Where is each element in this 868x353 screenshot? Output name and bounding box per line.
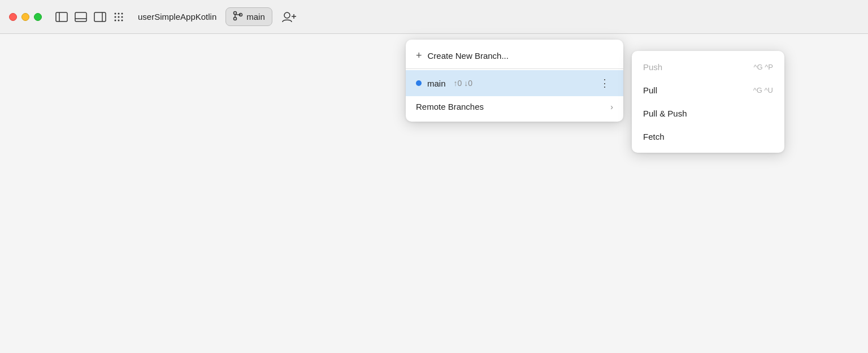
apps-grid-icon[interactable] [113, 11, 124, 23]
sidebar-toggle-icon[interactable] [55, 12, 68, 22]
svg-point-7 [118, 12, 120, 14]
svg-point-12 [115, 19, 116, 21]
branch-label: main [246, 12, 265, 21]
svg-point-13 [118, 19, 120, 21]
create-new-branch-item[interactable]: + Create New Branch... [406, 44, 623, 67]
pull-item[interactable]: Pull ^G ^U [632, 79, 784, 102]
pull-push-item[interactable]: Pull & Push [632, 102, 784, 125]
push-item[interactable]: Push ^G ^P [632, 55, 784, 79]
fetch-label: Fetch [643, 132, 665, 141]
branch-actions-submenu: Push ^G ^P Pull ^G ^U Pull & Push Fetch [632, 51, 784, 153]
toolbar-icons [55, 11, 124, 23]
branch-icon [233, 11, 243, 23]
push-label: Push [643, 62, 662, 72]
svg-point-16 [234, 18, 237, 20]
svg-point-19 [284, 12, 290, 18]
pull-push-label: Pull & Push [643, 109, 687, 118]
pull-label: Pull [643, 85, 657, 95]
close-button[interactable] [9, 13, 17, 21]
svg-point-15 [234, 12, 237, 15]
app-name: userSimpleAppKotlin [138, 12, 216, 21]
branch-button[interactable]: main [225, 7, 272, 26]
traffic-lights [9, 13, 42, 21]
svg-point-11 [121, 16, 123, 18]
branch-name-label: main [427, 79, 446, 88]
remote-branches-label: Remote Branches [416, 102, 484, 111]
right-panel-icon[interactable] [94, 12, 106, 22]
separator [406, 68, 623, 69]
svg-point-14 [121, 19, 123, 21]
svg-point-6 [115, 12, 116, 14]
svg-point-8 [121, 12, 123, 14]
bottom-panel-icon[interactable] [75, 12, 87, 22]
remote-branches-item[interactable]: Remote Branches › [406, 96, 623, 117]
titlebar: userSimpleAppKotlin main [0, 0, 868, 34]
branch-counts: ↑0 ↓0 [454, 79, 472, 88]
svg-rect-0 [56, 12, 67, 21]
svg-rect-4 [94, 12, 106, 21]
chevron-right-icon: › [610, 102, 613, 111]
maximize-button[interactable] [34, 13, 42, 21]
current-branch-item[interactable]: main ↑0 ↓0 ⋮ [406, 70, 623, 96]
branch-options-button[interactable]: ⋮ [596, 76, 613, 91]
minimize-button[interactable] [21, 13, 29, 21]
pull-shortcut: ^G ^U [753, 86, 773, 94]
push-shortcut: ^G ^P [753, 63, 773, 71]
svg-point-10 [118, 16, 120, 18]
branch-dot-icon [416, 80, 422, 86]
fetch-item[interactable]: Fetch [632, 125, 784, 148]
plus-icon: + [416, 50, 422, 62]
svg-rect-2 [75, 12, 86, 21]
create-new-branch-label: Create New Branch... [428, 51, 509, 61]
add-user-button[interactable] [281, 11, 296, 23]
svg-point-9 [115, 16, 116, 18]
branch-dropdown: + Create New Branch... main ↑0 ↓0 ⋮ Remo… [406, 40, 623, 122]
